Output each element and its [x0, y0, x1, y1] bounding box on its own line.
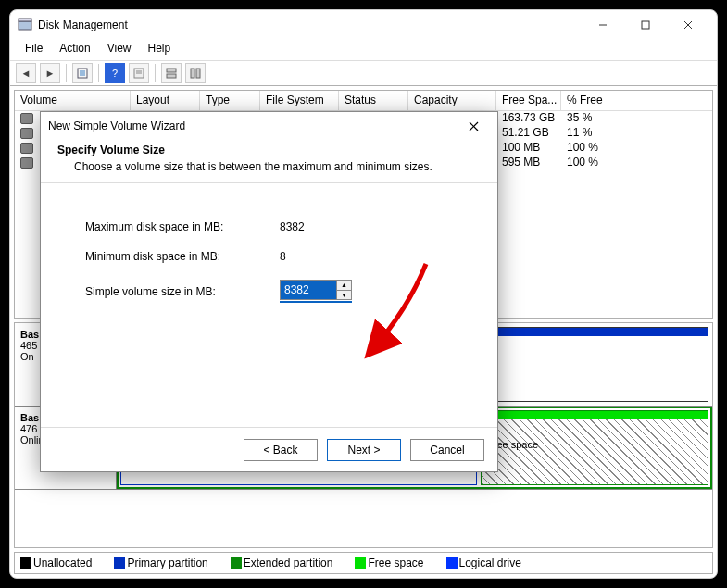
- titlebar: Disk Management: [10, 10, 717, 40]
- menu-file[interactable]: File: [18, 40, 50, 60]
- dialog-header: Specify Volume Size Choose a volume size…: [41, 140, 497, 183]
- svg-rect-7: [80, 70, 85, 76]
- dialog-titlebar: New Simple Volume Wizard: [41, 112, 497, 140]
- col-layout[interactable]: Layout: [131, 91, 200, 110]
- toolbar: ◄ ► ?: [10, 60, 717, 86]
- separator: [98, 64, 99, 82]
- dialog-subheading: Choose a volume size that is between the…: [74, 160, 481, 173]
- dialog-close-button[interactable]: [457, 114, 490, 138]
- spinner-up-icon[interactable]: ▲: [337, 281, 351, 291]
- svg-rect-3: [642, 21, 649, 29]
- dialog-heading: Specify Volume Size: [57, 144, 481, 156]
- volume-size-spinner[interactable]: ▲ ▼: [280, 280, 352, 300]
- pctfree-value: 11 %: [561, 126, 617, 141]
- window-title: Disk Management: [38, 19, 128, 31]
- col-pctfree[interactable]: % Free: [561, 91, 617, 110]
- disk-icon: [20, 157, 33, 169]
- close-button[interactable]: [667, 11, 709, 39]
- freespace-value: 51.21 GB: [496, 126, 561, 141]
- maximize-button[interactable]: [624, 11, 667, 39]
- pctfree-value: 100 %: [561, 156, 617, 170]
- freespace-value: 163.73 GB: [496, 111, 561, 126]
- separator: [155, 64, 156, 82]
- menu-help[interactable]: Help: [141, 40, 179, 60]
- svg-rect-12: [167, 74, 176, 78]
- menubar: File Action View Help: [10, 40, 717, 60]
- dialog-footer: < Back Next > Cancel: [41, 427, 497, 471]
- spinner-down-icon[interactable]: ▼: [337, 291, 351, 300]
- swatch-logical: [446, 557, 458, 569]
- col-capacity[interactable]: Capacity: [408, 91, 496, 110]
- menu-action[interactable]: Action: [52, 40, 97, 60]
- minimize-button[interactable]: [582, 11, 624, 39]
- min-space-value: 8: [280, 250, 286, 263]
- pctfree-value: 100 %: [561, 141, 617, 156]
- window-controls: [582, 11, 709, 39]
- max-space-value: 8382: [280, 220, 305, 233]
- col-filesystem[interactable]: File System: [260, 91, 339, 110]
- focus-underline: [280, 301, 352, 303]
- dialog-body: Maximum disk space in MB: 8382 Minimum d…: [41, 183, 497, 427]
- menu-view[interactable]: View: [100, 40, 139, 60]
- view1-icon[interactable]: [161, 63, 182, 83]
- svg-rect-13: [191, 69, 194, 78]
- swatch-primary: [114, 557, 125, 569]
- swatch-extended: [231, 557, 242, 569]
- partition-free[interactable]: Free space: [481, 410, 708, 485]
- separator: [66, 64, 67, 82]
- swatch-unallocated: [20, 557, 31, 569]
- back-button[interactable]: < Back: [244, 439, 318, 461]
- help-icon[interactable]: ?: [105, 63, 125, 83]
- disk-icon: [20, 143, 33, 154]
- size-label: Simple volume size in MB:: [85, 285, 280, 298]
- freespace-value: 100 MB: [496, 141, 561, 156]
- svg-rect-0: [19, 21, 31, 30]
- min-space-label: Minimum disk space in MB:: [85, 250, 280, 263]
- swatch-free: [355, 557, 366, 569]
- column-headers: Volume Layout Type File System Status Ca…: [15, 91, 712, 111]
- cancel-button[interactable]: Cancel: [410, 439, 484, 461]
- disk-icon: [20, 113, 33, 124]
- view2-icon[interactable]: [185, 63, 206, 83]
- svg-rect-1: [19, 19, 31, 21]
- volume-size-input[interactable]: [281, 281, 336, 299]
- partition-status: Free space: [487, 438, 702, 451]
- disk-icon: [20, 128, 33, 139]
- freespace-value: 595 MB: [496, 156, 561, 170]
- col-volume[interactable]: Volume: [15, 91, 131, 110]
- refresh-icon[interactable]: [72, 63, 93, 83]
- forward-icon[interactable]: ►: [40, 63, 60, 83]
- next-button[interactable]: Next >: [327, 439, 401, 461]
- back-icon[interactable]: ◄: [16, 63, 36, 83]
- dialog-title: New Simple Volume Wizard: [48, 119, 185, 132]
- col-status[interactable]: Status: [339, 91, 408, 110]
- max-space-label: Maximum disk space in MB:: [85, 220, 280, 233]
- col-type[interactable]: Type: [200, 91, 260, 110]
- new-volume-wizard-dialog: New Simple Volume Wizard Specify Volume …: [40, 111, 498, 472]
- svg-rect-14: [196, 69, 200, 78]
- properties-icon[interactable]: [129, 63, 149, 83]
- col-freespace[interactable]: Free Spa...: [496, 91, 561, 110]
- pctfree-value: 35 %: [561, 111, 617, 126]
- svg-rect-11: [167, 69, 176, 72]
- app-icon: [18, 18, 32, 32]
- legend: Unallocated Primary partition Extended p…: [14, 552, 713, 574]
